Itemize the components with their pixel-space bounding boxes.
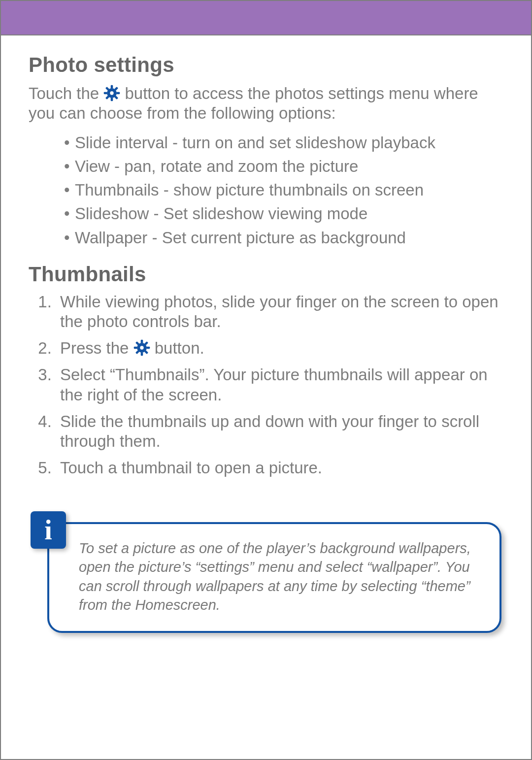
list-item: Press the [56,338,503,358]
svg-rect-1 [111,85,113,89]
info-text: To set a picture as one of the player’s … [47,522,501,633]
info-icon: i [31,511,66,549]
thumbnails-steps: While viewing photos, slide your finger … [29,292,503,478]
svg-rect-2 [111,98,113,101]
photo-settings-options: Slide interval - turn on and set slidesh… [29,131,503,250]
svg-rect-13 [133,347,137,349]
photo-settings-intro: Touch the [29,84,503,123]
svg-rect-14 [146,347,150,349]
svg-point-9 [110,91,114,95]
info-icon-glyph: i [44,516,52,544]
gear-icon [133,339,150,356]
step-text-before: Press the [60,339,133,357]
list-item: Wallpaper - Set current picture as backg… [64,226,503,250]
svg-rect-11 [140,340,143,343]
list-item: Slideshow - Set slideshow viewing mode [64,202,503,226]
gear-icon [103,85,120,101]
list-item: Touch a thumbnail to open a picture. [56,458,503,478]
list-item: Thumbnails - show picture thumbnails on … [64,178,503,202]
heading-thumbnails: Thumbnails [29,263,503,286]
list-item: Slide the thumbnails up and down with yo… [56,412,503,452]
info-callout: i To set a picture as one of the player’… [31,522,501,633]
list-item: While viewing photos, slide your finger … [56,292,503,332]
list-item: View - pan, rotate and zoom the picture [64,155,503,178]
list-item: Slide interval - turn on and set slidesh… [64,131,503,155]
document-page: Photo settings Touch the [0,0,532,760]
heading-photo-settings: Photo settings [29,53,503,77]
page-content: Photo settings Touch the [1,35,531,478]
svg-rect-4 [116,92,120,95]
svg-point-19 [140,346,143,350]
list-item: Select “Thumbnails”. Your picture thumbn… [56,365,503,405]
step-text-after: button. [155,339,204,357]
intro-text-before: Touch the [29,84,103,102]
svg-rect-3 [104,92,107,95]
svg-rect-12 [140,352,143,356]
header-bar [1,1,531,35]
